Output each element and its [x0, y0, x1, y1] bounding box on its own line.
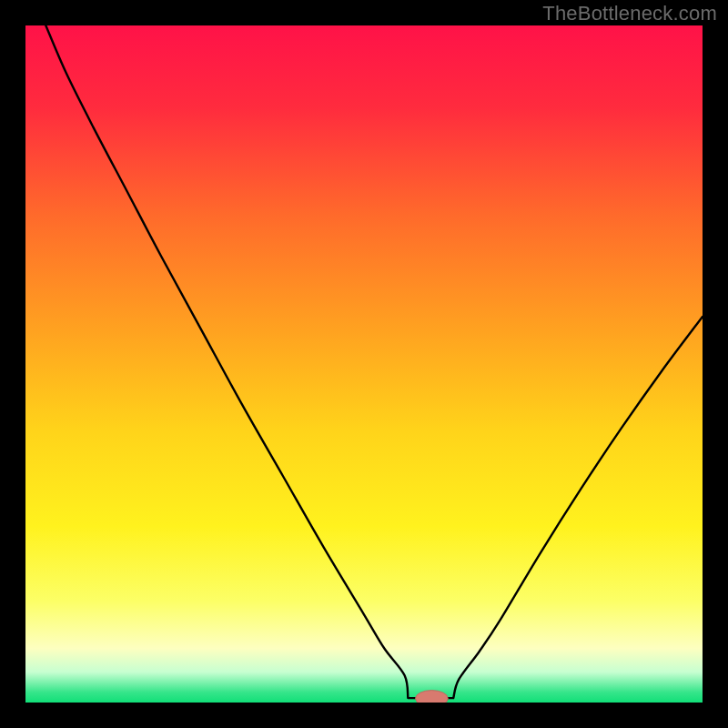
plot-area: [25, 25, 703, 703]
bottleneck-chart: [25, 25, 703, 703]
optimal-point-marker: [416, 691, 449, 703]
chart-frame: TheBottleneck.com: [0, 0, 728, 728]
gradient-background: [25, 25, 703, 703]
watermark-text: TheBottleneck.com: [542, 2, 717, 25]
